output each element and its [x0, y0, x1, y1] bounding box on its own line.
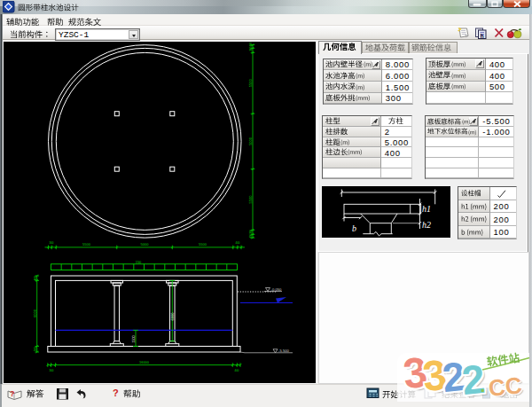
svg-text:h: h [481, 33, 484, 39]
svg-text:h2: h2 [422, 220, 431, 230]
svg-text:6000: 6000 [170, 312, 175, 321]
svg-text:5000: 5000 [141, 242, 150, 247]
svg-text:5000: 5000 [248, 137, 253, 145]
svg-text:400: 400 [234, 369, 239, 372]
svg-text:400: 400 [34, 276, 37, 280]
svg-text:-0.050: -0.050 [271, 287, 283, 292]
svg-text:150: 150 [136, 260, 142, 264]
svg-text:5500: 5500 [82, 242, 91, 247]
svg-text:300: 300 [49, 369, 53, 372]
svg-text:300400: 300400 [249, 42, 253, 51]
svg-text:h1: h1 [422, 204, 431, 214]
svg-text:5500: 5500 [248, 195, 253, 204]
svg-text:400: 400 [235, 241, 239, 245]
svg-text:1500: 1500 [132, 336, 136, 343]
svg-text:?: ? [10, 389, 15, 398]
svg-text:b: b [352, 223, 356, 233]
svg-text:5500: 5500 [248, 79, 253, 88]
svg-text:500: 500 [34, 347, 37, 351]
svg-text:6000: 6000 [33, 309, 37, 317]
svg-text:5500: 5500 [199, 242, 207, 247]
svg-text:16000: 16000 [139, 360, 150, 364]
svg-text:400300: 400300 [249, 229, 253, 238]
svg-text:300: 300 [49, 241, 53, 245]
svg-text:-5.500: -5.500 [278, 348, 290, 353]
